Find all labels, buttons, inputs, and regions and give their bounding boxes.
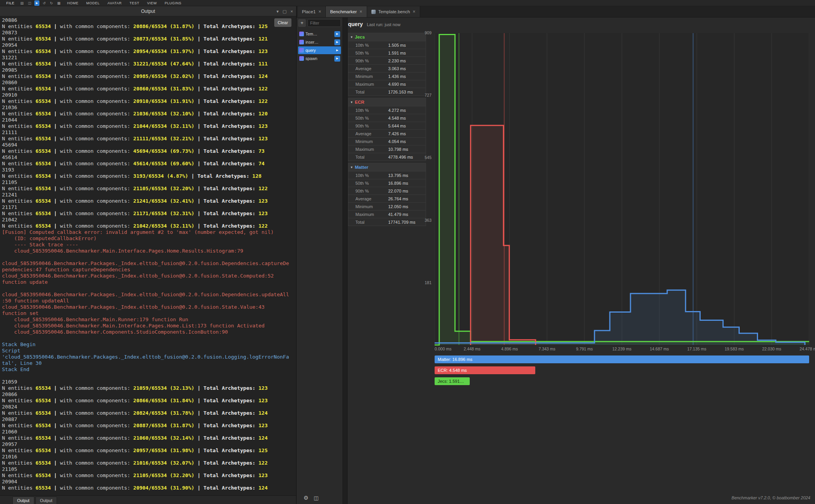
menu-test[interactable]: TEST	[126, 1, 143, 5]
log-error-line: cloud_5853950046.Benchmarker.Packages._I…	[2, 273, 296, 279]
legend-ecr: ECR: 4.548 ms	[435, 366, 535, 374]
run-benchmark-button[interactable]: ▶	[334, 31, 340, 37]
benchmark-footer: ⚙ ◫ Benchmarker v7.2.0, © boatbomber 202…	[297, 494, 815, 502]
add-benchmark-button[interactable]: +	[298, 19, 306, 27]
log-entry-line: N entities 65534 | with common component…	[2, 98, 296, 104]
stat-value: 10.798 ms	[388, 147, 408, 152]
stats-section-header[interactable]: ▾ECR	[348, 98, 426, 106]
benchmark-title: query	[348, 21, 363, 27]
log-count-line: 20860	[2, 80, 296, 86]
benchmark-item-inser[interactable]: inser…▶	[298, 38, 341, 46]
stat-value: 7.426 ms	[388, 131, 406, 136]
output-panel: Output ▾▢× Clear 20886N entities 65534 |…	[0, 6, 297, 504]
stat-value: 2.230 ms	[388, 58, 406, 63]
benchmark-item-spawn[interactable]: spawn▶	[298, 55, 341, 62]
output-bottom-tab[interactable]: Output	[12, 497, 34, 504]
save-icon[interactable]: ▤	[19, 1, 25, 5]
output-panel-header: Output ▾▢×	[0, 6, 296, 16]
file-menu[interactable]: FILE	[3, 1, 18, 5]
benchmark-item-label: spawn	[305, 56, 333, 61]
log-count-line: 21016	[2, 454, 296, 460]
log-count-line: 21042	[2, 217, 296, 223]
filter-input[interactable]	[307, 19, 341, 27]
redo-icon[interactable]: ↻	[49, 1, 54, 5]
log-count-line: 20957	[2, 441, 296, 447]
menu-avatar[interactable]: AVATAR	[104, 1, 126, 5]
run-benchmark-button[interactable]: ▶	[334, 39, 340, 45]
stat-label: Maximum	[355, 82, 374, 87]
close-tab-icon[interactable]: ×	[360, 9, 362, 14]
log-error-line: pendencies:47 function captureDependenci…	[2, 267, 296, 273]
stat-value: 4.690 ms	[388, 82, 406, 87]
log-count-line: 20886	[2, 17, 296, 23]
output-bottom-tab[interactable]: Output	[36, 497, 57, 504]
x-tick-label: 14.687 ms	[650, 347, 669, 351]
legend-jecs: Jecs: 1.591…	[435, 377, 470, 385]
log-count-line: 20910	[2, 92, 296, 98]
log-error-line: :50 function updateAll	[2, 298, 296, 304]
log-entry-line: N entities 65534 | with common component…	[2, 173, 296, 179]
log-error-line: cloud_5853950046.Benchmarker.Main.Interf…	[2, 248, 296, 254]
log-lines: 20886N entities 65534 | with common comp…	[2, 17, 296, 491]
clear-output-button[interactable]: Clear	[274, 18, 291, 27]
close-tab-icon[interactable]: ×	[318, 9, 321, 14]
panel-splitter[interactable]	[343, 18, 348, 504]
log-entry-line: N entities 65534 | with common component…	[2, 385, 296, 391]
menu-view[interactable]: VIEW	[143, 1, 161, 5]
benchmark-item-tem[interactable]: Tem…▶	[298, 30, 341, 38]
stat-value: 16.896 ms	[388, 181, 408, 186]
log-info-line: Script	[2, 348, 296, 354]
log-count-line: 21060	[2, 429, 296, 435]
stat-label: Minimum	[355, 204, 373, 209]
version-text: Benchmarker v7.2.0, © boatbomber 2024	[732, 495, 810, 500]
log-entry-line: N entities 65534 | with common component…	[2, 435, 296, 441]
close-tab-icon[interactable]: ×	[413, 9, 415, 14]
log-count-line: 21105	[2, 466, 296, 472]
benchmark-script-icon	[299, 32, 304, 36]
menu-model[interactable]: MODEL	[82, 1, 104, 5]
log-count-line: 21044	[2, 117, 296, 123]
log-error-line: cloud_5853950046.Benchmarker.Packages._I…	[2, 304, 296, 310]
stat-label: Total	[355, 220, 364, 225]
stat-label: Maximum	[355, 212, 374, 217]
chevron-down-icon[interactable]: ▾	[277, 9, 279, 14]
copy-icon[interactable]: ◫	[27, 1, 33, 5]
log-error-line: cloud_5853950046.Benchmarker.Components.…	[2, 329, 296, 335]
tab-template-bench[interactable]: Template.bench×	[367, 6, 420, 17]
close-icon[interactable]: ×	[291, 9, 293, 14]
screenshot-icon[interactable]: ▦	[56, 1, 62, 5]
log-entry-line: N entities 65534 | with common component…	[2, 61, 296, 67]
stat-value: 1.436 ms	[388, 74, 406, 79]
benchmark-script-icon	[299, 40, 304, 44]
stat-label: Total	[355, 155, 364, 159]
gear-icon[interactable]: ⚙	[304, 495, 309, 501]
log-entry-line: N entities 65534 | with common component…	[2, 36, 296, 42]
undo-icon[interactable]: ↺	[41, 1, 47, 5]
tab-place1[interactable]: Place1×	[298, 6, 326, 17]
menu-home[interactable]: HOME	[63, 1, 82, 5]
tab-benchmarker[interactable]: Benchmarker×	[326, 6, 367, 17]
stats-section-jecs: ▾Jecs10th %1.505 ms50th %1.591 ms90th %2…	[348, 33, 426, 96]
output-log[interactable]: 20886N entities 65534 | with common comp…	[0, 16, 296, 495]
play-icon[interactable]: ▶	[34, 0, 39, 6]
log-entry-line: N entities 65534 | with common component…	[2, 210, 296, 217]
stat-value: 22.070 ms	[388, 189, 408, 193]
stats-section-header[interactable]: ▾Matter	[348, 163, 426, 171]
log-entry-line: N entities 65534 | with common component…	[2, 472, 296, 479]
run-benchmark-button[interactable]: ▶	[334, 48, 340, 53]
log-entry-line: N entities 65534 | with common component…	[2, 111, 296, 117]
log-entry-line: N entities 65534 | with common component…	[2, 223, 296, 229]
log-entry-line: N entities 65534 | with common component…	[2, 148, 296, 154]
chevron-down-icon: ▾	[351, 100, 353, 104]
log-entry-line: N entities 65534 | with common component…	[2, 186, 296, 192]
float-window-icon[interactable]: ▢	[282, 9, 286, 14]
log-count-line: 31221	[2, 55, 296, 61]
menu-plugins[interactable]: PLUGINS	[161, 1, 185, 5]
stat-label: Maximum	[355, 147, 374, 152]
benchmark-item-query[interactable]: query▶	[298, 46, 341, 54]
run-benchmark-button[interactable]: ▶	[334, 56, 340, 62]
benchmark-item-label: query	[305, 48, 333, 53]
last-run-label: Last run: just now	[367, 22, 400, 27]
layout-icon[interactable]: ◫	[314, 495, 318, 501]
log-count-line: 45694	[2, 142, 296, 148]
